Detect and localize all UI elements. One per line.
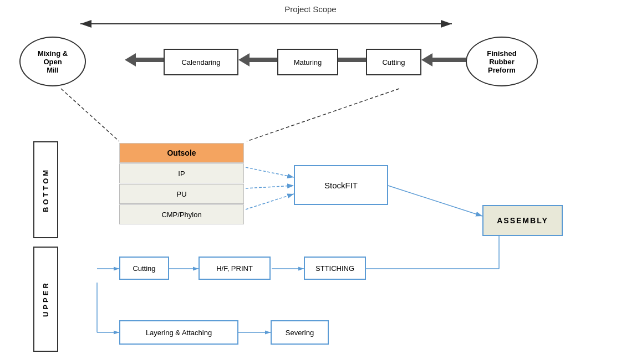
- maturing-node: Maturing: [277, 49, 338, 75]
- layering-box: Layering & Attaching: [119, 320, 238, 345]
- upper-section-label: UPPER: [33, 247, 58, 352]
- diagram-container: Project Scope: [0, 0, 621, 364]
- finished-node: Finished Rubber Preform: [466, 37, 538, 86]
- svg-marker-8: [421, 53, 466, 66]
- svg-line-12: [246, 186, 294, 188]
- svg-marker-5: [125, 53, 164, 66]
- project-scope-label: Project Scope: [284, 4, 336, 14]
- svg-marker-6: [238, 53, 277, 66]
- svg-line-13: [246, 194, 294, 209]
- cmp-box: CMP/Phylon: [119, 204, 244, 224]
- upper-cutting-box: Cutting: [119, 257, 169, 280]
- svg-line-10: [247, 89, 399, 141]
- stitching-box: STTICHING: [304, 257, 366, 280]
- svg-line-11: [246, 167, 294, 177]
- bottom-section-label: BOTTOM: [33, 141, 58, 238]
- mixing-node: Mixing & Open Mill: [19, 37, 86, 86]
- svg-line-14: [388, 186, 482, 216]
- ip-box: IP: [119, 163, 244, 183]
- svg-line-9: [61, 89, 119, 141]
- stockfit-box: StockFIT: [294, 165, 388, 205]
- severing-box: Severing: [271, 320, 329, 345]
- cutting-top-node: Cutting: [366, 49, 421, 75]
- pu-box: PU: [119, 184, 244, 204]
- hf-print-box: H/F, PRINT: [198, 257, 271, 280]
- calendaring-node: Calendaring: [164, 49, 238, 75]
- outsole-box: Outsole: [119, 143, 244, 163]
- assembly-box: ASSEMBLY: [482, 205, 563, 236]
